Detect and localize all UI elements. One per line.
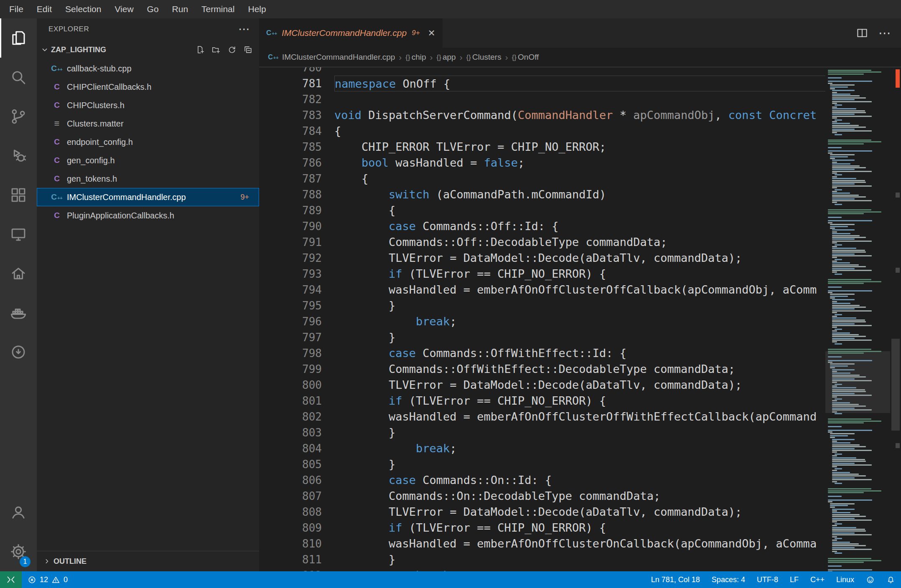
breadcrumb-symbol-app[interactable]: {}app <box>437 53 456 62</box>
status-bar: 12 0 Ln 781, Col 18 Spaces: 4 UTF-8 LF C… <box>0 571 901 588</box>
code-line-804[interactable]: 804 break; <box>259 441 825 456</box>
line-number: 807 <box>259 488 334 504</box>
code-line-782[interactable]: 782 <box>259 91 825 107</box>
file-row-gen_tokens.h[interactable]: Cgen_tokens.h <box>37 170 259 188</box>
code-line-801[interactable]: 801 if (TLVError == CHIP_NO_ERROR) { <box>259 393 825 409</box>
code-line-788[interactable]: 788 switch (aCommandPath.mCommandId) <box>259 187 825 203</box>
refresh-icon[interactable] <box>227 45 237 54</box>
code-line-800[interactable]: 800 TLVError = DataModel::Decode(aDataTl… <box>259 377 825 393</box>
scrollbar-slider[interactable] <box>891 339 900 431</box>
file-row-imclustercommandhandler.cpp[interactable]: C++IMClusterCommandHandler.cpp9+ <box>37 188 259 206</box>
menu-go[interactable]: Go <box>140 0 165 18</box>
breadcrumb-symbol-chip[interactable]: {}chip <box>405 53 426 62</box>
code-line-798[interactable]: 798 case Commands::OffWithEffect::Id: { <box>259 345 825 361</box>
new-folder-icon[interactable] <box>211 45 221 54</box>
file-row-gen_config.h[interactable]: Cgen_config.h <box>37 151 259 170</box>
feedback-button[interactable] <box>860 571 881 588</box>
code-line-796[interactable]: 796 break; <box>259 314 825 329</box>
file-row-clusters.matter[interactable]: ≡Clusters.matter <box>37 114 259 133</box>
menu-selection[interactable]: Selection <box>59 0 108 18</box>
code-line-789[interactable]: 789 { <box>259 203 825 218</box>
remote-indicator-button[interactable] <box>0 571 22 588</box>
code-line-783[interactable]: 783void DispatchServerCommand(CommandHan… <box>259 107 825 123</box>
code-line-808[interactable]: 808 TLVError = DataModel::Decode(aDataTl… <box>259 504 825 520</box>
code-line-786[interactable]: 786 bool wasHandled = false; <box>259 155 825 171</box>
code-line-791[interactable]: 791 Commands::Off::DecodableType command… <box>259 234 825 250</box>
code-line-807[interactable]: 807 Commands::On::DecodableType commandD… <box>259 488 825 504</box>
menu-view[interactable]: View <box>108 0 140 18</box>
code-line-797[interactable]: 797 } <box>259 329 825 345</box>
scrollbar[interactable] <box>890 67 901 571</box>
menu-run[interactable]: Run <box>165 0 195 18</box>
folder-section-header[interactable]: ZAP_LIGHTING <box>37 40 259 59</box>
breadcrumb-symbol-clusters[interactable]: {}Clusters <box>466 53 501 62</box>
explorer-activity-button[interactable] <box>0 18 37 58</box>
code-line-794[interactable]: 794 wasHandled = emberAfOnOffClusterOffC… <box>259 282 825 298</box>
breadcrumb-symbol-onoff[interactable]: {}OnOff <box>512 53 539 62</box>
code-line-795[interactable]: 795 } <box>259 298 825 314</box>
file-row-chipclusters.h[interactable]: CCHIPClusters.h <box>37 96 259 114</box>
breadcrumb-file[interactable]: IMClusterCommandHandler.cpp <box>282 53 395 62</box>
explorer-more-actions-button[interactable]: ⋯ <box>238 25 250 33</box>
outline-section-header[interactable]: OUTLINE <box>37 551 259 571</box>
code-line-780[interactable]: 780 <box>259 67 825 76</box>
eol-button[interactable]: LF <box>784 571 804 588</box>
code-line-792[interactable]: 792 TLVError = DataModel::Decode(aDataTl… <box>259 250 825 266</box>
line-number: 795 <box>259 298 334 314</box>
code-line-805[interactable]: 805 } <box>259 456 825 472</box>
language-mode-button[interactable]: C++ <box>804 571 830 588</box>
code-line-802[interactable]: 802 wasHandled = emberAfOnOffClusterOffW… <box>259 409 825 425</box>
menu-edit[interactable]: Edit <box>30 0 59 18</box>
code-line-806[interactable]: 806 case Commands::On::Id: { <box>259 472 825 488</box>
code-line-809[interactable]: 809 if (TLVError == CHIP_NO_ERROR) { <box>259 520 825 536</box>
collapse-all-icon[interactable] <box>243 45 252 54</box>
code-line-810[interactable]: 810 wasHandled = emberAfOnOffClusterOnCa… <box>259 536 825 552</box>
line-number: 811 <box>259 552 334 568</box>
ports-activity-button[interactable] <box>0 332 37 372</box>
close-tab-button[interactable]: × <box>428 27 435 39</box>
code-line-793[interactable]: 793 if (TLVError == CHIP_NO_ERROR) { <box>259 266 825 282</box>
split-editor-icon[interactable] <box>856 27 868 39</box>
file-row-callback-stub.cpp[interactable]: C++callback-stub.cpp <box>37 59 259 78</box>
new-file-icon[interactable] <box>196 45 205 54</box>
remote-explorer-activity-button[interactable] <box>0 215 37 254</box>
extensions-activity-button[interactable] <box>0 175 37 215</box>
code-line-787[interactable]: 787 { <box>259 171 825 187</box>
home-activity-button[interactable] <box>0 254 37 293</box>
encoding-button[interactable]: UTF-8 <box>751 571 784 588</box>
menu-file[interactable]: File <box>3 0 30 18</box>
code-line-811[interactable]: 811 } <box>259 552 825 568</box>
indentation-button[interactable]: Spaces: 4 <box>706 571 751 588</box>
editor-more-actions-button[interactable]: ⋯ <box>878 27 891 39</box>
code-line-790[interactable]: 790 case Commands::Off::Id: { <box>259 218 825 234</box>
code-editor[interactable]: 780781namespace OnOff {782783void Dispat… <box>259 67 825 571</box>
code-line-784[interactable]: 784{ <box>259 123 825 139</box>
menu-help[interactable]: Help <box>241 0 272 18</box>
problems-status-button[interactable]: 12 0 <box>22 571 74 588</box>
docker-activity-button[interactable] <box>0 293 37 332</box>
minimap-slider[interactable] <box>825 351 890 413</box>
minimap[interactable] <box>825 67 890 571</box>
code-line-799[interactable]: 799 Commands::OffWithEffect::DecodableTy… <box>259 361 825 377</box>
cursor-position-button[interactable]: Ln 781, Col 18 <box>645 571 706 588</box>
error-count: 12 <box>40 575 48 584</box>
code-line-785[interactable]: 785 CHIP_ERROR TLVError = CHIP_NO_ERROR; <box>259 139 825 155</box>
file-row-endpoint_config.h[interactable]: Cendpoint_config.h <box>37 133 259 151</box>
code-line-812[interactable]: 812 break; <box>259 568 825 571</box>
source-control-activity-button[interactable] <box>0 97 37 136</box>
code-line-803[interactable]: 803 } <box>259 425 825 441</box>
settings-button[interactable]: 1 <box>0 532 37 571</box>
code-line-781[interactable]: 781namespace OnOff { <box>259 76 825 91</box>
menu-terminal[interactable]: Terminal <box>195 0 241 18</box>
run-debug-activity-button[interactable] <box>0 136 37 175</box>
file-name: gen_config.h <box>67 156 115 165</box>
remote-os-button[interactable]: Linux <box>830 571 860 588</box>
c-header-file-icon: C <box>51 101 63 110</box>
search-activity-button[interactable] <box>0 58 37 97</box>
notifications-button[interactable] <box>881 571 901 588</box>
file-row-chipclientcallbacks.h[interactable]: CCHIPClientCallbacks.h <box>37 78 259 96</box>
file-row-pluginapplicationcallbacks.h[interactable]: CPluginApplicationCallbacks.h <box>37 206 259 225</box>
tab-imclustercommandhandler[interactable]: C++ IMClusterCommandHandler.cpp 9+ × <box>259 18 443 48</box>
account-button[interactable] <box>0 493 37 532</box>
warning-count: 0 <box>64 575 68 584</box>
